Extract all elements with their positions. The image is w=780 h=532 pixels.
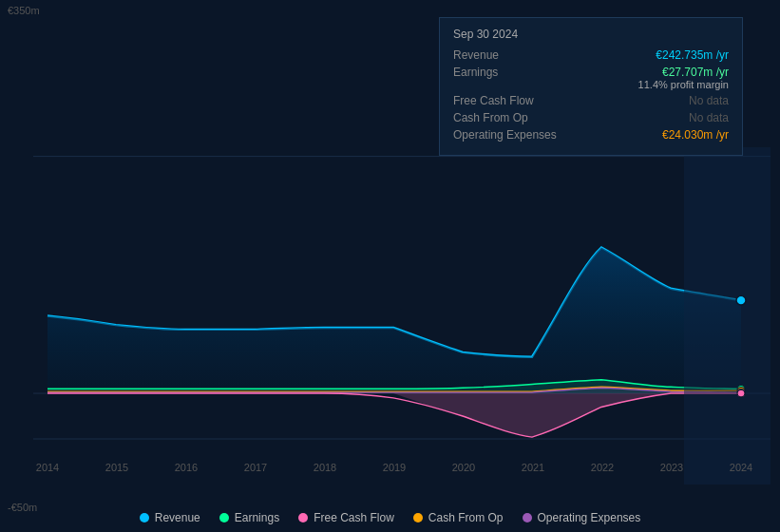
svg-text:2015: 2015 (105, 462, 128, 473)
opex-legend-dot (523, 513, 532, 522)
fcf-legend-dot (298, 513, 308, 522)
fcf-legend-label: Free Cash Flow (314, 511, 394, 524)
opex-value: €24.030m /yr (662, 128, 729, 142)
info-card-date: Sep 30 2024 (453, 28, 729, 41)
fcf-label: Free Cash Flow (453, 94, 567, 107)
revenue-legend-dot (140, 513, 149, 522)
info-row-revenue: Revenue €242.735m /yr (453, 48, 729, 62)
legend-item-earnings[interactable]: Earnings (219, 511, 279, 524)
opex-legend-label: Operating Expenses (538, 511, 641, 524)
cashfromop-legend-label: Cash From Op (428, 511, 504, 524)
cashfromop-value: No data (689, 111, 729, 124)
svg-text:2023: 2023 (660, 462, 683, 473)
svg-text:2017: 2017 (244, 462, 267, 473)
svg-text:2022: 2022 (591, 462, 614, 473)
info-row-opex: Operating Expenses €24.030m /yr (453, 128, 729, 142)
cashfromop-label: Cash From Op (453, 111, 567, 124)
info-row-cashfromop: Cash From Op No data (453, 111, 729, 124)
chart-area: 2014 2015 2016 2017 2018 2019 2020 2021 … (0, 147, 780, 484)
info-card: Sep 30 2024 Revenue €242.735m /yr Earnin… (439, 17, 743, 156)
legend-item-opex[interactable]: Operating Expenses (523, 511, 641, 524)
svg-text:2016: 2016 (175, 462, 198, 473)
info-row-fcf: Free Cash Flow No data (453, 94, 729, 107)
cashfromop-legend-dot (413, 513, 423, 522)
profit-margin: 11.4% profit margin (638, 79, 729, 90)
earnings-value-group: €27.707m /yr 11.4% profit margin (635, 66, 729, 90)
revenue-value: €242.735m /yr (656, 48, 729, 62)
svg-text:2024: 2024 (730, 462, 752, 473)
y-label-350: €350m (8, 5, 40, 16)
earnings-legend-dot (219, 513, 229, 522)
revenue-legend-label: Revenue (155, 511, 200, 524)
chart-legend: Revenue Earnings Free Cash Flow Cash Fro… (0, 511, 780, 524)
earnings-label: Earnings (453, 66, 567, 79)
legend-item-fcf[interactable]: Free Cash Flow (298, 511, 394, 524)
svg-point-16 (736, 295, 746, 305)
opex-label: Operating Expenses (453, 128, 567, 142)
revenue-label: Revenue (453, 48, 567, 62)
svg-text:2021: 2021 (522, 462, 544, 473)
chart-svg: 2014 2015 2016 2017 2018 2019 2020 2021 … (0, 147, 780, 484)
svg-text:2019: 2019 (383, 462, 406, 473)
legend-item-cashfromop[interactable]: Cash From Op (413, 511, 504, 524)
svg-text:2018: 2018 (314, 462, 336, 473)
svg-text:2014: 2014 (36, 462, 59, 473)
earnings-value: €27.707m /yr (662, 66, 729, 79)
earnings-legend-label: Earnings (235, 511, 279, 524)
fcf-value: No data (689, 94, 729, 107)
svg-point-20 (737, 390, 745, 397)
svg-rect-4 (684, 147, 770, 484)
legend-item-revenue[interactable]: Revenue (140, 511, 200, 524)
info-row-earnings: Earnings €27.707m /yr 11.4% profit margi… (453, 66, 729, 90)
svg-text:2020: 2020 (452, 462, 475, 473)
